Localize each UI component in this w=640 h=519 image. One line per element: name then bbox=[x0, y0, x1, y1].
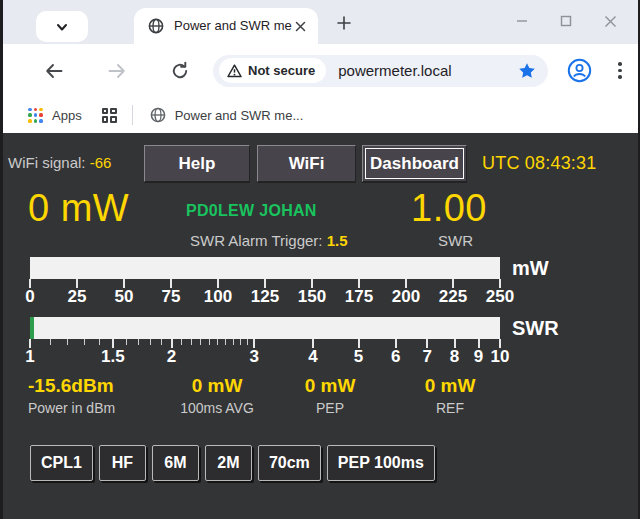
forward-button[interactable] bbox=[105, 59, 129, 83]
back-arrow-icon bbox=[44, 62, 64, 80]
gauge-tick-label: 175 bbox=[345, 287, 373, 307]
maximize-icon bbox=[560, 15, 572, 27]
power-gauge-bar bbox=[30, 257, 500, 279]
window-controls bbox=[500, 5, 632, 37]
close-icon bbox=[604, 15, 617, 28]
cpl1-button[interactable]: CPL1 bbox=[30, 445, 93, 481]
stat-power-dbm: -15.6dBm Power in dBm bbox=[24, 375, 136, 416]
browser-window: Power and SWR meter bbox=[0, 0, 640, 519]
tab-title: Power and SWR meter bbox=[174, 18, 292, 33]
wifi-button[interactable]: WiFi bbox=[257, 145, 356, 182]
help-button[interactable]: Help bbox=[144, 145, 250, 182]
powermeter-page: WiFi signal: -66 Help WiFi Dashboard UTC… bbox=[0, 133, 640, 519]
bookmarks-bar: Apps Power and SWR me... bbox=[0, 97, 640, 133]
bookmark-star-button[interactable] bbox=[518, 62, 536, 80]
security-label: Not secure bbox=[248, 63, 315, 78]
swr-gauge-unit: SWR bbox=[512, 317, 559, 340]
stat-label: PEP bbox=[273, 400, 387, 416]
stat-value: 0 mW bbox=[393, 375, 507, 397]
minimize-icon bbox=[516, 15, 528, 27]
gauge-tick-label: 5 bbox=[354, 347, 363, 367]
gauge-tick-label: 4 bbox=[308, 347, 317, 367]
swr-gauge-fill bbox=[30, 317, 34, 339]
gauge-tick-label: 10 bbox=[491, 347, 510, 367]
wifi-signal-label: WiFi signal: bbox=[8, 154, 86, 171]
hf-button[interactable]: HF bbox=[99, 445, 146, 481]
gauge-tick-label: 7 bbox=[422, 347, 431, 367]
swr-gauge: 11.52345678910 bbox=[30, 317, 500, 367]
swr-caption: SWR bbox=[438, 232, 473, 249]
band-button-row: CPL1 HF 6M 2M 70cm PEP 100ms bbox=[30, 445, 435, 481]
6m-button[interactable]: 6M bbox=[152, 445, 199, 481]
stat-label: Power in dBm bbox=[28, 400, 136, 416]
browser-menu-button[interactable] bbox=[611, 60, 629, 82]
gauge-tick-label: 0 bbox=[25, 287, 34, 307]
minimize-button[interactable] bbox=[500, 5, 544, 37]
tab-strip: Power and SWR meter bbox=[0, 0, 640, 44]
swr-gauge-bar bbox=[30, 317, 500, 339]
gauge-minor-tick bbox=[217, 339, 218, 345]
power-gauge-unit: mW bbox=[512, 257, 549, 280]
apps-bookmark-label[interactable]: Apps bbox=[52, 108, 82, 123]
close-icon bbox=[295, 21, 306, 32]
gauge-minor-tick bbox=[233, 339, 234, 345]
chevron-down-icon bbox=[55, 20, 69, 34]
gauge-minor-tick bbox=[191, 339, 192, 345]
swr-alarm-value: 1.5 bbox=[327, 232, 348, 249]
gauge-minor-tick bbox=[209, 339, 210, 345]
swr-alarm: SWR Alarm Trigger: 1.5 bbox=[190, 232, 348, 249]
security-chip[interactable]: Not secure bbox=[219, 58, 326, 83]
tab-search-button[interactable] bbox=[36, 11, 88, 42]
gauge-minor-tick bbox=[240, 339, 241, 345]
stat-value: 0 mW bbox=[160, 375, 274, 397]
gauge-tick-label: 8 bbox=[450, 347, 459, 367]
tab-close-button[interactable] bbox=[292, 18, 308, 34]
maximize-button[interactable] bbox=[544, 5, 588, 37]
stat-pep: 0 mW PEP bbox=[273, 375, 387, 416]
utc-clock: UTC 08:43:31 bbox=[482, 153, 596, 174]
stat-ref: 0 mW REF bbox=[393, 375, 507, 416]
gauge-tick-label: 75 bbox=[162, 287, 181, 307]
stat-label: 100ms AVG bbox=[160, 400, 274, 416]
gauge-minor-tick bbox=[225, 339, 226, 345]
warning-triangle-icon bbox=[227, 64, 242, 78]
gauge-tick-label: 150 bbox=[298, 287, 326, 307]
gauge-tick-label: 1 bbox=[25, 347, 34, 367]
gauge-tick-label: 50 bbox=[115, 287, 134, 307]
avatar-icon bbox=[567, 58, 592, 83]
gauge-tick-label: 9 bbox=[474, 347, 483, 367]
back-button[interactable] bbox=[42, 59, 66, 83]
gauge-minor-tick bbox=[67, 339, 68, 345]
star-icon bbox=[518, 62, 536, 80]
gauge-tick-label: 1.5 bbox=[101, 347, 125, 367]
address-bar[interactable]: Not secure powermeter.local bbox=[213, 55, 548, 87]
swr-alarm-label: SWR Alarm Trigger: bbox=[190, 232, 323, 249]
close-window-button[interactable] bbox=[588, 5, 632, 37]
gauge-minor-tick bbox=[138, 339, 139, 345]
browser-tab[interactable]: Power and SWR meter bbox=[134, 8, 318, 44]
stat-label: REF bbox=[393, 400, 507, 416]
gauge-minor-tick bbox=[99, 339, 100, 345]
apps-grid-icon[interactable] bbox=[28, 108, 43, 123]
gauge-minor-tick bbox=[247, 339, 248, 345]
bookmarks-divider bbox=[132, 105, 133, 125]
reload-button[interactable] bbox=[168, 59, 192, 83]
gauge-tick-label: 225 bbox=[439, 287, 467, 307]
wifi-signal-value: -66 bbox=[90, 154, 112, 171]
gauge-tick-label: 25 bbox=[68, 287, 87, 307]
gauge-tick-label: 200 bbox=[392, 287, 420, 307]
new-tab-button[interactable] bbox=[330, 9, 358, 37]
gauge-tick-label: 250 bbox=[486, 287, 514, 307]
reload-icon bbox=[170, 61, 190, 81]
site-bookmark[interactable]: Power and SWR me... bbox=[175, 108, 304, 123]
pep-100ms-button[interactable]: PEP 100ms bbox=[327, 445, 435, 481]
dashboard-button[interactable]: Dashboard bbox=[362, 145, 467, 182]
swr-readout: 1.00 bbox=[411, 187, 487, 230]
profile-avatar-button[interactable] bbox=[567, 58, 592, 83]
70cm-button[interactable]: 70cm bbox=[258, 445, 321, 481]
gauge-tick-label: 3 bbox=[249, 347, 258, 367]
gauge-tick-label: 2 bbox=[167, 347, 176, 367]
reading-list-icon[interactable] bbox=[102, 108, 117, 123]
2m-button[interactable]: 2M bbox=[205, 445, 252, 481]
gauge-tick-label: 125 bbox=[251, 287, 279, 307]
